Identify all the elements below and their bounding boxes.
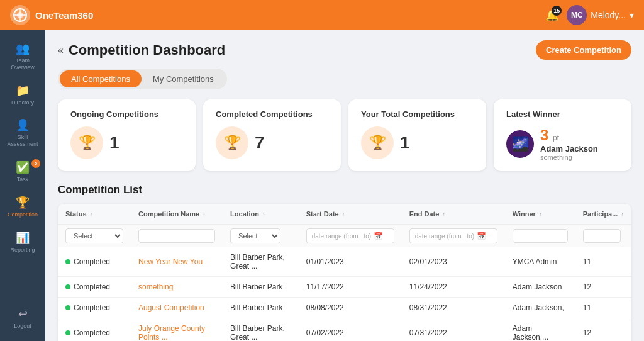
logout-icon: ↩ xyxy=(18,307,28,321)
sidebar-item-logout[interactable]: ↩ Logout xyxy=(0,302,45,335)
tab-all-competitions[interactable]: All Competitions xyxy=(60,70,142,87)
status-filter-select[interactable]: Select Completed Ongoing xyxy=(65,228,123,243)
end-date-filter[interactable]: date range (from - to) 📅 xyxy=(409,228,497,243)
tab-my-competitions[interactable]: My Competitions xyxy=(142,70,225,87)
row-location: Bill Barber Park xyxy=(223,277,299,298)
row-participants: 12 xyxy=(575,277,631,298)
location-filter-select[interactable]: Select xyxy=(230,228,280,243)
sidebar-item-directory[interactable]: 📁 Directory xyxy=(0,79,45,111)
list-section-title: Competition List xyxy=(58,184,631,196)
competition-table: Status ↕ Competition Name ↕ Location ↕ S… xyxy=(58,204,631,341)
user-menu-button[interactable]: MC Melody... ▾ xyxy=(567,5,634,25)
page-title: Competition Dashboard xyxy=(69,42,225,59)
winner-name: Adam Jackson xyxy=(540,144,598,154)
table-row: Completed August Competition Bill Barber… xyxy=(58,298,631,318)
reporting-icon: 📊 xyxy=(16,231,30,245)
row-name: something xyxy=(131,277,223,298)
row-start-date: 08/08/2022 xyxy=(299,298,402,318)
sort-winner-icon[interactable]: ↕ xyxy=(539,211,542,218)
completed-count: 7 xyxy=(255,133,265,153)
total-trophy-icon: 🏆 xyxy=(361,126,394,159)
row-end-date: 07/31/2022 xyxy=(402,318,505,342)
sort-location-icon[interactable]: ↕ xyxy=(262,211,265,218)
sort-participants-icon[interactable]: ↕ xyxy=(621,211,624,218)
winner-sub: something xyxy=(540,154,598,161)
competition-link[interactable]: New Year New You xyxy=(138,257,203,266)
competition-link[interactable]: something xyxy=(138,282,173,291)
sidebar-item-task[interactable]: ✅ 5 Task xyxy=(0,155,45,188)
user-avatar: MC xyxy=(567,5,587,25)
competition-tabs: All Competitions My Competitions xyxy=(58,69,227,89)
competition-link[interactable]: July Orange County Points ... xyxy=(138,324,205,341)
col-status: Status ↕ xyxy=(58,204,131,225)
row-start-date: 01/01/2023 xyxy=(299,247,402,277)
sidebar-item-reporting[interactable]: 📊 Reporting xyxy=(0,226,45,259)
participants-filter-input[interactable] xyxy=(583,229,621,243)
start-date-placeholder: date range (from - to) xyxy=(312,233,371,240)
logo-icon xyxy=(10,5,30,25)
start-date-filter[interactable]: date range (from - to) 📅 xyxy=(306,228,394,243)
logo: OneTeam360 xyxy=(10,5,93,25)
name-filter-input[interactable] xyxy=(138,229,215,243)
sidebar: 👥 Team Overview 📁 Directory 👤 Skill Asse… xyxy=(0,30,45,341)
app-header: OneTeam360 🔔 15 MC Melody... ▾ xyxy=(0,0,644,30)
notifications-button[interactable]: 🔔 15 xyxy=(545,8,559,22)
page-header: « Competition Dashboard Create Competiti… xyxy=(58,40,631,60)
stat-ongoing: Ongoing Competitions 🏆 1 xyxy=(58,99,196,171)
row-status: Completed xyxy=(58,277,131,298)
status-dot xyxy=(65,259,70,264)
winner-filter-input[interactable] xyxy=(513,229,568,243)
sort-start-icon[interactable]: ↕ xyxy=(342,211,345,218)
row-status: Completed xyxy=(58,247,131,277)
sort-end-icon[interactable]: ↕ xyxy=(442,211,445,218)
stat-total-title: Your Total Competitions xyxy=(361,109,474,119)
status-dot xyxy=(65,330,70,335)
back-button[interactable]: « xyxy=(58,45,64,56)
create-competition-button[interactable]: Create Competition xyxy=(536,40,631,60)
sort-status-icon[interactable]: ↕ xyxy=(90,211,93,218)
table-row: Completed July Orange County Points ... … xyxy=(58,318,631,342)
filter-participants-cell xyxy=(575,225,631,248)
winner-points: 3 pt xyxy=(540,126,559,143)
col-name: Competition Name ↕ xyxy=(131,204,223,225)
status-dot xyxy=(65,284,70,289)
task-badge: 5 xyxy=(31,159,40,168)
row-status: Completed xyxy=(58,318,131,342)
filter-start-date-cell: date range (from - to) 📅 xyxy=(299,225,402,248)
row-status: Completed xyxy=(58,298,131,318)
winner-avatar: 🌌 xyxy=(506,130,534,158)
latest-winner-card: Latest Winner 🌌 3 pt Adam Jackson someth… xyxy=(494,99,631,171)
filter-name-cell xyxy=(131,225,223,248)
sidebar-item-competition[interactable]: 🏆 Competition xyxy=(0,191,45,223)
row-name: July Orange County Points ... xyxy=(131,318,223,342)
row-name: August Competition xyxy=(131,298,223,318)
calendar-icon-start: 📅 xyxy=(374,232,383,240)
sidebar-item-team-overview[interactable]: 👥 Team Overview xyxy=(0,36,45,76)
competition-link[interactable]: August Competition xyxy=(138,303,204,312)
filter-winner-cell xyxy=(505,225,575,248)
row-name: New Year New You xyxy=(131,247,223,277)
table-row: Completed something Bill Barber Park 11/… xyxy=(58,277,631,298)
row-participants: 11 xyxy=(575,247,631,277)
row-winner: Adam Jackson,... xyxy=(505,318,575,342)
row-participants: 11 xyxy=(575,298,631,318)
filter-status-cell: Select Completed Ongoing xyxy=(58,225,131,248)
sidebar-item-skill-assessment[interactable]: 👤 Skill Assessment xyxy=(0,113,45,153)
table-row: Completed New Year New You Bill Barber P… xyxy=(58,247,631,277)
row-winner: Adam Jackson, xyxy=(505,298,575,318)
filter-end-date-cell: date range (from - to) 📅 xyxy=(402,225,505,248)
stat-ongoing-title: Ongoing Competitions xyxy=(70,109,183,119)
calendar-icon-end: 📅 xyxy=(477,232,486,240)
row-end-date: 11/24/2022 xyxy=(402,277,505,298)
skill-icon: 👤 xyxy=(16,118,30,132)
col-location: Location ↕ xyxy=(223,204,299,225)
notification-badge: 15 xyxy=(552,6,562,16)
completed-trophy-icon: 🏆 xyxy=(216,126,248,159)
main-content: « Competition Dashboard Create Competiti… xyxy=(45,30,644,341)
stat-completed-title: Completed Competitions xyxy=(216,109,328,119)
sort-name-icon[interactable]: ↕ xyxy=(203,211,206,218)
col-participants: Participa... ↕ xyxy=(575,204,631,225)
end-date-placeholder: date range (from - to) xyxy=(415,233,474,240)
stat-completed: Completed Competitions 🏆 7 xyxy=(203,99,341,171)
col-start-date: Start Date ↕ xyxy=(299,204,402,225)
